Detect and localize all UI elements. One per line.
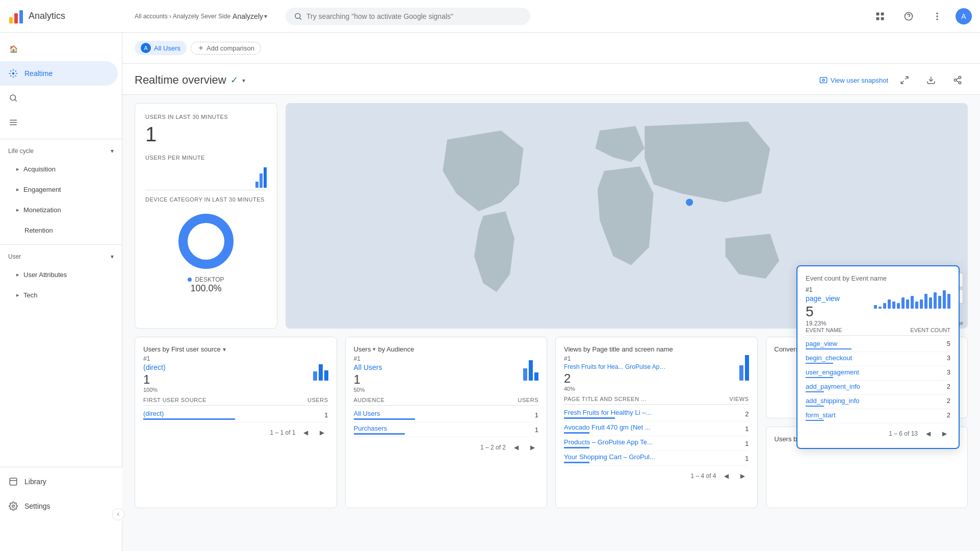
- sidebar-item-tech[interactable]: ▸ Tech: [0, 285, 122, 305]
- all-users-avatar: A: [141, 43, 151, 53]
- source-top-left: #1 (direct) 1 100%: [143, 355, 166, 393]
- event-col-headers: EVENT NAME EVENT COUNT: [806, 327, 950, 336]
- sidebar-item-home[interactable]: 🏠: [0, 37, 118, 61]
- audience-col1-header: AUDIENCE: [354, 397, 385, 403]
- audience-next-button[interactable]: ▶: [526, 441, 538, 454]
- svg-rect-17: [10, 478, 17, 485]
- search-input[interactable]: [306, 12, 522, 20]
- sidebar-item-user-attributes[interactable]: ▸ User Attributes: [0, 264, 122, 285]
- event-row-name[interactable]: form_start: [806, 411, 836, 419]
- table-row: add_payment_info 2: [806, 381, 950, 395]
- views-row3-name[interactable]: Products – GroPulse App Te...: [564, 438, 653, 446]
- collapse-sidebar-button[interactable]: [112, 508, 122, 520]
- acquisition-chevron-icon: ▸: [16, 166, 19, 172]
- views-row1-area: Fresh Fruits for Healthy Li –...: [564, 409, 651, 419]
- event-row-name[interactable]: page_view: [806, 340, 852, 347]
- event-row-bar: [806, 377, 833, 378]
- svg-rect-5: [876, 12, 880, 15]
- views-row1-name[interactable]: Fresh Fruits for Healthy Li –...: [564, 409, 651, 416]
- event-rows-container: page_view 5 begin_checkout 3 user_engage…: [806, 338, 950, 423]
- event-popup-footer: 1 – 6 of 13 ◀ ▶: [806, 423, 950, 440]
- views-prev-button[interactable]: ◀: [720, 470, 733, 482]
- source-rank: #1: [143, 355, 166, 362]
- event-mini-bar: [943, 290, 946, 309]
- expand-icon: [900, 76, 909, 85]
- views-next-button[interactable]: ▶: [737, 470, 749, 482]
- sidebar-item-settings[interactable]: Settings: [0, 494, 118, 518]
- grid-icon-button[interactable]: [870, 6, 890, 27]
- sidebar-divider-2: [0, 244, 122, 245]
- sidebar-item-monetization[interactable]: ▸ Monetization: [0, 199, 122, 220]
- views-row4-area: Your Shopping Cart – GroPul...: [564, 453, 655, 463]
- event-prev-button[interactable]: ◀: [922, 428, 934, 440]
- more-options-button[interactable]: [927, 6, 947, 27]
- sidebar-item-library[interactable]: Library: [0, 469, 118, 494]
- account-path-area: All accounts › Analyzely Sever Side Anal…: [131, 12, 267, 20]
- donut-svg: [175, 211, 237, 272]
- source-row-name[interactable]: (direct): [143, 410, 235, 417]
- source-prev-button[interactable]: ◀: [300, 427, 312, 439]
- desktop-legend-dot: [188, 278, 192, 282]
- sidebar-item-acquisition[interactable]: ▸ Acquisition: [0, 159, 122, 179]
- event-row-name[interactable]: begin_checkout: [806, 354, 852, 362]
- table-row: user_engagement 3: [806, 366, 950, 381]
- sidebar-section-user[interactable]: User ▾: [0, 249, 122, 264]
- sidebar-section-lifecycle[interactable]: Life cycle ▾: [0, 143, 122, 159]
- search-bar[interactable]: [286, 8, 530, 25]
- audience-row1-name[interactable]: All Users: [354, 410, 415, 417]
- table-row: form_start 2: [806, 409, 950, 423]
- views-row4-name[interactable]: Your Shopping Cart – GroPul...: [564, 453, 655, 461]
- source-bar-2: [319, 364, 323, 381]
- audience-top-count: 1: [354, 372, 382, 387]
- sidebar-divider-1: [0, 139, 122, 139]
- lifecycle-chevron-icon: ▾: [111, 147, 114, 155]
- page-title-chevron-icon[interactable]: [242, 76, 245, 84]
- topbar: Analytics All accounts › Analyzely Sever…: [0, 0, 980, 33]
- share-button[interactable]: [947, 70, 968, 90]
- event-row-bar: [806, 406, 824, 407]
- export-button[interactable]: [921, 70, 941, 90]
- event-row-name-area: begin_checkout: [806, 354, 852, 364]
- audience-dropdown-icon[interactable]: ▾: [373, 346, 376, 353]
- event-row-name[interactable]: add_payment_info: [806, 383, 860, 390]
- event-mini-bar: [947, 294, 950, 309]
- audience-row2-name[interactable]: Purchasers: [354, 424, 405, 432]
- expand-button[interactable]: [894, 70, 915, 90]
- property-selector[interactable]: Analyzely: [233, 12, 267, 20]
- sidebar: 🏠 Realtime Life cycle ▾ ▸ Acquisition: [0, 33, 122, 551]
- sidebar-item-realtime[interactable]: Realtime: [0, 61, 118, 86]
- audience-prev-button[interactable]: ◀: [510, 441, 522, 454]
- users-30min-label: USERS IN LAST 30 MINUTES: [145, 114, 267, 120]
- library-icon: [8, 477, 18, 487]
- source-next-button[interactable]: ▶: [316, 427, 328, 439]
- sidebar-item-search[interactable]: [0, 86, 118, 110]
- audience-top-name: All Users: [354, 363, 382, 371]
- event-mini-bar: [892, 302, 895, 309]
- settings-label: Settings: [24, 502, 50, 510]
- sidebar-item-advertising[interactable]: [0, 110, 118, 135]
- event-mini-bar: [929, 297, 932, 309]
- sidebar-item-retention[interactable]: Retention: [0, 220, 122, 240]
- event-mini-bar: [883, 303, 886, 309]
- event-row-name[interactable]: user_engagement: [806, 368, 859, 376]
- view-user-snapshot-button[interactable]: View user snapshot: [819, 76, 888, 84]
- audience-row2-value: 1: [535, 426, 538, 434]
- views-row2-name[interactable]: Avocado Fruit 470 gm (Net ...: [564, 423, 651, 431]
- all-users-pill[interactable]: A All Users: [135, 41, 187, 55]
- event-next-button[interactable]: ▶: [938, 428, 950, 440]
- add-comparison-label: Add comparison: [207, 44, 254, 52]
- topbar-actions: A: [870, 6, 972, 27]
- audience-bar-2: [529, 360, 533, 381]
- event-mini-bar: [879, 307, 882, 309]
- audience-footer: 1 – 2 of 2 ◀ ▶: [354, 437, 539, 454]
- users-by-source-card: Users by First user source #1 (direct) 1…: [135, 337, 337, 508]
- sidebar-item-engagement[interactable]: ▸ Engagement: [0, 179, 122, 199]
- svg-point-27: [954, 79, 957, 82]
- event-row-name[interactable]: add_shipping_info: [806, 397, 860, 405]
- event-mini-bar: [897, 303, 900, 309]
- audience-row1-name-area: All Users: [354, 410, 415, 420]
- avatar[interactable]: A: [956, 8, 972, 24]
- help-icon-button[interactable]: [898, 6, 919, 27]
- add-comparison-button[interactable]: Add comparison: [191, 42, 261, 55]
- source-dropdown-icon[interactable]: [223, 345, 226, 353]
